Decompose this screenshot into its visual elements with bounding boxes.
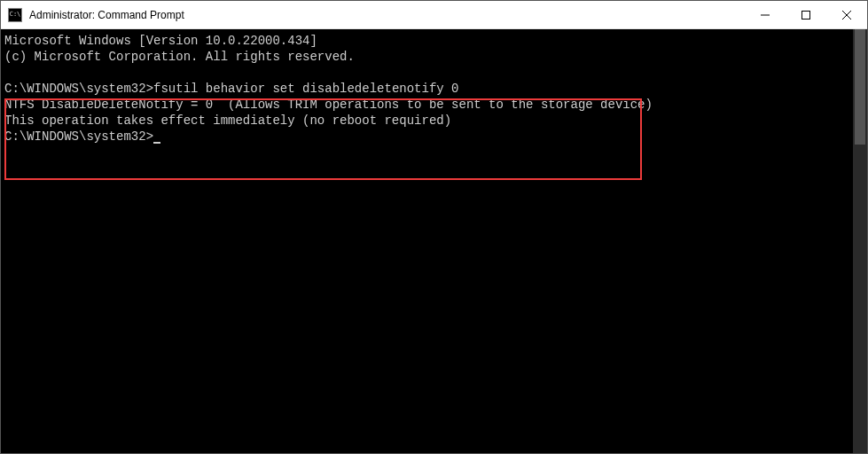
terminal-line: Microsoft Windows [Version 10.0.22000.43…	[4, 33, 849, 49]
window-title: Administrator: Command Prompt	[29, 9, 745, 21]
window-controls	[745, 1, 867, 28]
prompt-command: fsutil behavior set disabledeletenotify …	[153, 82, 458, 96]
app-icon: C:\	[8, 8, 22, 22]
vertical-scrollbar[interactable]	[853, 29, 867, 453]
prompt-path: C:\WINDOWS\system32>	[4, 129, 153, 144]
terminal-line: This operation takes effect immediately …	[4, 113, 849, 129]
terminal-content[interactable]: Microsoft Windows [Version 10.0.22000.43…	[1, 29, 853, 453]
prompt-path: C:\WINDOWS\system32>	[4, 82, 153, 96]
terminal-line	[4, 65, 849, 81]
terminal-area[interactable]: Microsoft Windows [Version 10.0.22000.43…	[1, 29, 867, 453]
scrollbar-thumb[interactable]	[855, 29, 865, 145]
close-icon	[842, 11, 851, 20]
maximize-button[interactable]	[786, 1, 826, 28]
command-prompt-window: C:\ Administrator: Command Prompt Micros…	[0, 0, 868, 454]
titlebar[interactable]: C:\ Administrator: Command Prompt	[1, 1, 867, 29]
close-button[interactable]	[826, 1, 867, 28]
app-icon-text: C:\	[10, 12, 21, 18]
svg-rect-1	[802, 11, 810, 19]
terminal-cursor	[153, 142, 160, 144]
terminal-prompt-line: C:\WINDOWS\system32>fsutil behavior set …	[4, 81, 849, 97]
minimize-button[interactable]	[745, 1, 786, 28]
minimize-icon	[761, 11, 770, 20]
maximize-icon	[802, 11, 810, 20]
terminal-line: (c) Microsoft Corporation. All rights re…	[4, 49, 849, 65]
terminal-prompt-line: C:\WINDOWS\system32>	[4, 129, 849, 145]
terminal-line: NTFS DisableDeleteNotify = 0 (Allows TRI…	[4, 97, 849, 113]
